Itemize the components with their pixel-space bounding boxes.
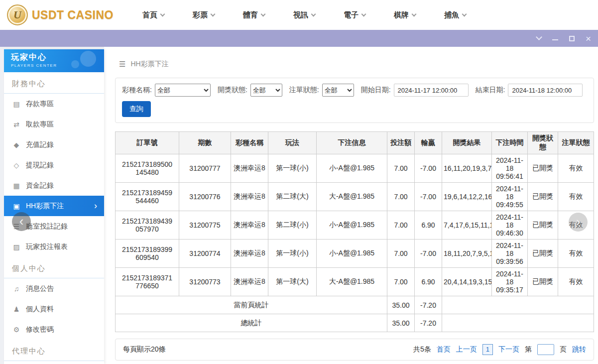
column-header: 開獎狀態 [528,132,558,154]
maximize-icon[interactable] [569,36,575,41]
carousel-left-button[interactable]: ‹ [12,212,31,231]
jump-button[interactable]: 跳转 [572,345,586,354]
logo-letter: U [13,8,21,21]
logo-icon: U [7,4,28,25]
sidebar-section-title: 個人中心 [4,257,104,278]
breadcrumb: ☰ HH彩票下注 [119,60,594,69]
menu-item-彩票[interactable]: 彩票 [193,10,215,20]
sidebar-item-label: 消息公告 [26,284,54,293]
summary-row: 當前頁統計35.00-7.20 [116,296,594,314]
table-row: 215217318943905797031200775澳洲幸运8第二球(小)小-… [116,211,594,240]
table-cell: 大-A盤@1.985 [317,268,387,296]
table-cell: 2152173189459544460 [116,183,179,211]
table-body: 215217318950014548031200777澳洲幸运8第一球(小)小-… [116,154,594,332]
summary-winloss-total: -7.20 [415,296,442,314]
minimize-icon[interactable] [552,39,558,40]
summary-row: 總統計35.00-7.20 [116,314,594,332]
table-cell: -7.00 [415,240,442,268]
lottery-select[interactable]: 全部 [155,84,211,97]
casino-logo[interactable]: U USDT CASINO [7,4,114,25]
menu-item-視訊[interactable]: 視訊 [293,10,315,20]
table-cell: 7,4,17,6,15,11,10,18 [442,211,492,240]
sidebar-item-label: 廳室投註記錄 [26,222,68,231]
menu-item-label: 首頁 [142,10,157,20]
sidebar-section-title: 代理中心 [4,340,104,361]
query-button[interactable]: 查詢 [122,101,151,117]
table-cell: 澳洲幸运8 [231,211,268,240]
table-cell: 31200776 [179,183,231,211]
summary-label: 總統計 [116,314,387,332]
deposit-icon: ▤ [11,100,22,108]
table-cell: 2024-11-18 09:49:55 [492,183,528,211]
column-header: 注單狀態 [558,132,594,154]
current-page: 1 [482,344,493,355]
summary-winloss-total: -7.20 [415,314,442,332]
prev-page-link[interactable]: 上一页 [456,345,477,354]
cashout-icon: ◇ [11,161,22,169]
table-cell: 7.00 [387,183,415,211]
sidebar-item-label: 取款專區 [26,120,54,129]
sidebar-item-change-password[interactable]: ⚙修改密碼 [4,319,104,340]
menu-item-體育[interactable]: 體育 [243,10,265,20]
sidebar-item-profile[interactable]: ♟個人資料 [4,299,104,319]
sidebar-item-recharge-records[interactable]: ◆充值記錄 [4,134,104,155]
sidebar-item-fund-records[interactable]: ▦資金記錄 [4,175,104,196]
table-cell: 2024-11-18 09:56:41 [492,154,528,183]
column-header: 下注信息 [317,132,387,154]
table-header-row: 訂單號期數彩種名稱玩法下注信息投注額輸贏開獎結果下注時間開獎狀態注單狀態 [116,132,594,154]
carousel-right-button[interactable]: › [569,213,588,232]
table-cell: 第二球(小) [268,211,317,240]
chevron-down-icon [311,11,316,16]
sidebar-item-announcements[interactable]: ♫消息公告 [4,278,104,299]
menu-item-電子[interactable]: 電子 [344,10,365,20]
chevron-down-icon[interactable] [536,34,542,40]
summary-empty-cell [442,314,594,332]
order-status-select[interactable]: 全部 [322,84,354,97]
chevron-right-icon: › [576,215,581,228]
hamburger-menu-icon[interactable]: ☰ [119,60,125,69]
menu-item-label: 視訊 [293,10,308,20]
sidebar-subtitle: PLAYERS CENTER [11,63,97,68]
table-cell: 有效 [558,183,594,211]
summary-bet-total: 35.00 [387,314,415,332]
table-cell: 2024-11-18 09:46:30 [492,211,528,240]
sidebar-item-cashout-records[interactable]: ◇提現記錄 [4,155,104,175]
table-cell: 31200775 [179,211,231,240]
sidebar-section-title: 財務中心 [4,72,104,94]
jump-prefix-label: 第 [525,345,532,354]
chevron-down-icon [261,11,266,16]
report-icon: ▨ [11,243,22,251]
next-page-link[interactable]: 下一页 [498,345,519,354]
sidebar-item-withdraw[interactable]: ⇄取款專區 [4,114,104,134]
gear-icon: ⚙ [11,326,22,334]
table-cell: 6.90 [415,211,442,240]
table-cell: 20,4,14,19,3,15,18,7 [442,268,492,296]
close-icon[interactable]: × [586,34,591,43]
table-cell: 有效 [558,240,594,268]
jump-page-input[interactable] [537,344,554,355]
table-cell: 16,11,20,19,3,7,1,2 [442,154,492,183]
table-cell: 已開獎 [528,154,558,183]
sidebar-item-deposit[interactable]: ▤存款專區 [4,94,104,114]
menu-item-label: 彩票 [193,10,208,20]
main-menu: 首頁彩票體育視訊電子棋牌捕魚 [142,10,466,20]
lottery-filter-label: 彩種名稱: [122,86,152,95]
table-cell: 19,6,14,12,2,16,5,20 [442,183,492,211]
sidebar-item-player-bet-report[interactable]: ▨玩家投注報表 [4,237,104,257]
chevron-down-icon [160,11,165,16]
first-page-link[interactable]: 首页 [437,345,451,354]
column-header: 彩種名稱 [231,132,268,154]
table-cell: 第一球(大) [268,268,317,296]
menu-item-棋牌[interactable]: 棋牌 [394,10,416,20]
column-header: 下注時間 [492,132,528,154]
chevron-left-icon: ‹ [19,215,24,228]
table-cell: -7.00 [415,154,442,183]
pagination-controls: 共5条 首页 上一页 1 下一页 第 页 跳转 [413,344,586,355]
start-date-input[interactable] [394,84,469,97]
menu-item-首頁[interactable]: 首頁 [142,10,164,20]
sidebar-item-label: 個人資料 [26,305,54,314]
menu-item-捕魚[interactable]: 捕魚 [444,10,466,20]
draw-status-select[interactable]: 全部 [250,84,282,97]
sidebar: 玩家中心 PLAYERS CENTER 財務中心▤存款專區⇄取款專區◆充值記錄◇… [4,49,104,364]
end-date-input[interactable] [508,84,583,97]
